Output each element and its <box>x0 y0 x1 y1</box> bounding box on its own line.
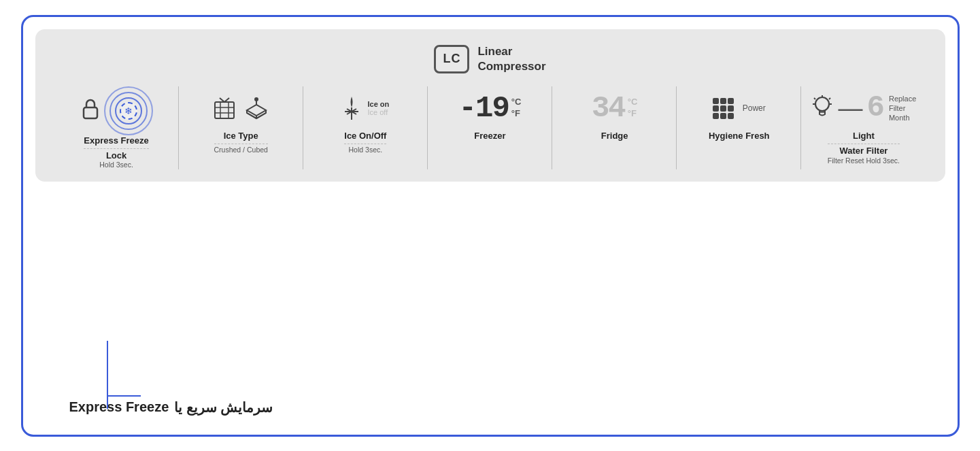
lock-sub-label: Hold 3sec. <box>99 161 133 169</box>
svg-line-14 <box>814 98 815 99</box>
lock-main-label: Lock <box>106 150 126 161</box>
controls-row: ❄ Express Freeze Lock Hold 3sec. <box>54 86 926 169</box>
dot-1 <box>713 98 719 104</box>
light-water-filter-icon-area: — 6 Replace Filter Month <box>811 86 917 131</box>
replace-text-3: Month <box>889 113 916 122</box>
ice-type-labels: Ice Type Crushed / Cubed <box>214 131 268 154</box>
ice-onoff-section[interactable]: Ice on Ice off Ice On/Off Hold 3sec. <box>303 86 428 169</box>
dot-6 <box>728 105 734 112</box>
dot-8 <box>720 113 726 119</box>
dot-2 <box>720 98 726 104</box>
water-filter-label: Water Filter <box>828 146 900 157</box>
svg-rect-1 <box>215 102 234 118</box>
lc-logo: LC Linear Compressor <box>434 44 545 74</box>
ice-type-section[interactable]: Ice Type Crushed / Cubed <box>179 86 303 169</box>
lc-text-line2: Compressor <box>477 59 545 74</box>
light-bulb-icon <box>811 95 833 122</box>
dot-9 <box>728 113 734 119</box>
outer-border: LC Linear Compressor <box>21 15 960 437</box>
fridge-label: Fridge <box>601 131 628 142</box>
hygiene-fresh-labels: Hygiene Fresh <box>709 131 770 142</box>
annotation-area: سرمایش سریع یا Express Freeze <box>35 341 945 422</box>
ice-type-main-label: Ice Type <box>214 131 268 142</box>
lc-box-icon: LC <box>434 45 469 73</box>
ice-on-text: Ice on <box>367 100 389 108</box>
replace-text-2: Filter <box>889 103 916 113</box>
express-freeze-labels: Express Freeze Lock Hold 3sec. <box>84 135 148 169</box>
express-freeze-section[interactable]: ❄ Express Freeze Lock Hold 3sec. <box>54 86 179 169</box>
svg-rect-0 <box>84 107 97 118</box>
annotation-line-v <box>107 341 108 409</box>
ice-onoff-text: Ice on Ice off <box>367 100 389 116</box>
freezer-labels: Freezer <box>474 131 505 142</box>
ice-onoff-icons: Ice on Ice off <box>341 95 389 121</box>
hygiene-fresh-label: Hygiene Fresh <box>709 131 770 142</box>
freezer-label: Freezer <box>474 131 505 142</box>
replace-filter-text-wrap: Replace Filter Month <box>889 94 916 123</box>
ice-onoff-main-label: Ice On/Off <box>344 131 386 142</box>
light-water-filter-labels: Light Water Filter Filter Reset Hold 3se… <box>828 131 900 165</box>
dot-7 <box>713 113 719 119</box>
power-label: Power <box>743 103 766 113</box>
annotation-text-wrap: سرمایش سریع یا Express Freeze <box>69 399 273 416</box>
dot-5 <box>720 105 726 112</box>
dot-3 <box>728 98 734 104</box>
freezer-temp-digits: -19 <box>459 93 509 123</box>
ice-off-text: Ice off <box>367 108 389 116</box>
light-water-filter-section[interactable]: — 6 Replace Filter Month Light <box>801 86 926 169</box>
crushed-ice-icon <box>213 95 236 121</box>
ice-onoff-labels: Ice On/Off Hold 3sec. <box>344 131 386 154</box>
lock-icon <box>80 96 101 125</box>
freezer-units: °C °F <box>511 97 522 120</box>
svg-line-15 <box>829 98 830 99</box>
hygiene-fresh-icon-area: Power <box>713 86 766 131</box>
lock-svg <box>80 96 101 120</box>
ice-type-icon-area <box>213 86 269 131</box>
ice-onoff-icon-area: Ice on Ice off <box>341 86 389 131</box>
ice-onoff-sub-label: Hold 3sec. <box>344 144 386 154</box>
lock-label: Lock Hold 3sec. <box>84 148 148 169</box>
filter-reset-sub-label: Filter Reset Hold 3sec. <box>828 156 900 165</box>
freezer-unit-f: °F <box>511 108 522 120</box>
fridge-temp-digits: 34 <box>592 93 625 123</box>
annotation-line-h <box>107 395 141 397</box>
snowflake-rings: ❄ <box>104 86 153 135</box>
ice-type-sub-label: Crushed / Cubed <box>214 144 268 154</box>
fridge-units: °C °F <box>628 97 638 120</box>
express-freeze-icon-area: ❄ <box>80 86 153 135</box>
filter-number: 6 <box>867 93 885 122</box>
hygiene-fresh-section[interactable]: Power Hygiene Fresh <box>677 86 801 169</box>
fridge-unit-c: °C <box>628 97 638 108</box>
ice-on-icon <box>341 95 362 121</box>
freezer-section[interactable]: -19 °C °F Freezer <box>428 86 552 169</box>
fridge-labels: Fridge <box>601 131 628 142</box>
filter-num-wrap: 6 <box>867 93 885 124</box>
freezer-icon-area: -19 °C °F <box>459 86 522 131</box>
svg-point-11 <box>815 97 829 111</box>
filter-display: — 6 Replace Filter Month <box>839 93 917 124</box>
express-freeze-label: Express Freeze <box>84 135 148 147</box>
lc-brand-text: Linear Compressor <box>477 44 545 74</box>
light-label: Light <box>828 131 900 142</box>
cubed-ice-icon <box>244 95 269 121</box>
english-annotation-text: Express Freeze <box>69 399 169 415</box>
fridge-icon-area: 34 °C °F <box>592 86 637 131</box>
freezer-unit-c: °C <box>511 97 522 108</box>
lc-text-line1: Linear <box>477 44 545 59</box>
persian-annotation-text: سرمایش سریع یا <box>174 399 273 416</box>
dot-4 <box>713 105 719 112</box>
control-panel: LC Linear Compressor <box>35 29 945 182</box>
snowflake-center: ❄ <box>120 102 137 120</box>
fridge-section[interactable]: 34 °C °F Fridge <box>552 86 677 169</box>
svg-point-6 <box>254 97 258 101</box>
replace-text-1: Replace <box>889 94 916 103</box>
grid-icon <box>713 98 734 119</box>
lc-box-text: LC <box>443 52 460 66</box>
water-filter-label-wrap: Water Filter Filter Reset Hold 3sec. <box>828 144 900 165</box>
fridge-unit-f: °F <box>628 108 638 120</box>
